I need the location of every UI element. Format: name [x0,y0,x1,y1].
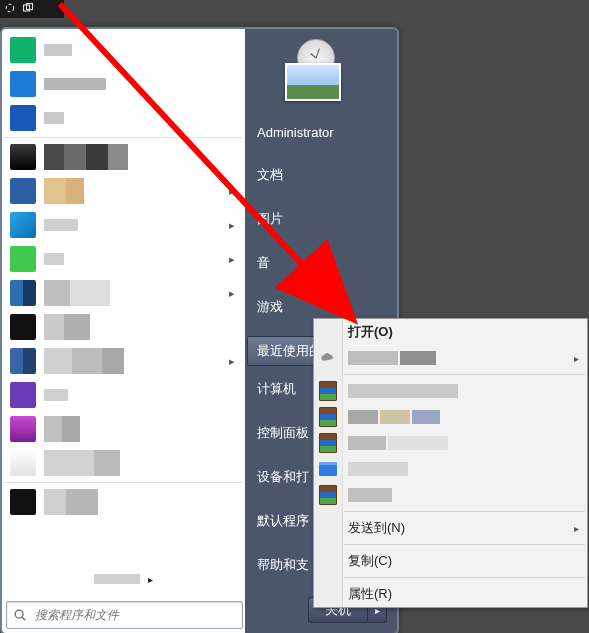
archive-icon [319,433,337,453]
ctx-properties[interactable]: 属性(R) [314,581,587,607]
program-item[interactable] [4,276,243,310]
search-box[interactable] [6,601,243,629]
user-name-link[interactable]: Administrator [247,119,395,146]
program-item[interactable] [4,242,243,276]
program-item[interactable] [4,101,243,135]
ctx-recent-file[interactable] [314,482,587,508]
program-item[interactable] [4,412,243,446]
svg-line-4 [22,617,25,620]
rlink-docs[interactable]: 文档 [247,160,395,190]
program-item[interactable] [4,208,243,242]
archive-icon [319,485,337,505]
loading-icon [4,0,16,18]
program-item[interactable] [4,33,243,67]
program-item[interactable] [4,310,243,344]
context-menu: 打开(O) 发送到(N) 复制(C) 属性(R) [313,318,588,608]
rlink-pictures[interactable]: 图片 [247,204,395,234]
ctx-recent-file[interactable] [314,404,587,430]
program-item[interactable] [4,344,243,378]
program-item[interactable] [4,446,243,480]
programs-pane [4,31,243,593]
ctx-recent-file[interactable] [314,430,587,456]
search-icon [13,608,27,622]
folder-icon [319,462,337,476]
onedrive-icon [319,349,337,367]
program-item[interactable] [4,140,243,174]
svg-point-0 [6,4,14,12]
all-programs-link[interactable] [4,565,243,593]
archive-icon [319,381,337,401]
ctx-copy[interactable]: 复制(C) [314,548,587,574]
svg-point-3 [15,610,23,618]
ctx-send-to[interactable]: 发送到(N) [314,515,587,541]
archive-icon [319,407,337,427]
app-toolbar [0,0,64,18]
ctx-recent-file[interactable] [314,378,587,404]
rlink-music[interactable]: 音 [247,248,395,278]
program-item[interactable] [4,485,243,519]
ctx-open[interactable]: 打开(O) [314,319,587,345]
ctx-recent-file[interactable] [314,345,587,371]
ctx-recent-file[interactable] [314,456,587,482]
search-input[interactable] [33,607,217,623]
popout-icon [22,0,34,18]
program-item[interactable] [4,67,243,101]
program-item[interactable] [4,378,243,412]
user-avatar-icon[interactable] [277,39,347,99]
program-item[interactable] [4,174,243,208]
